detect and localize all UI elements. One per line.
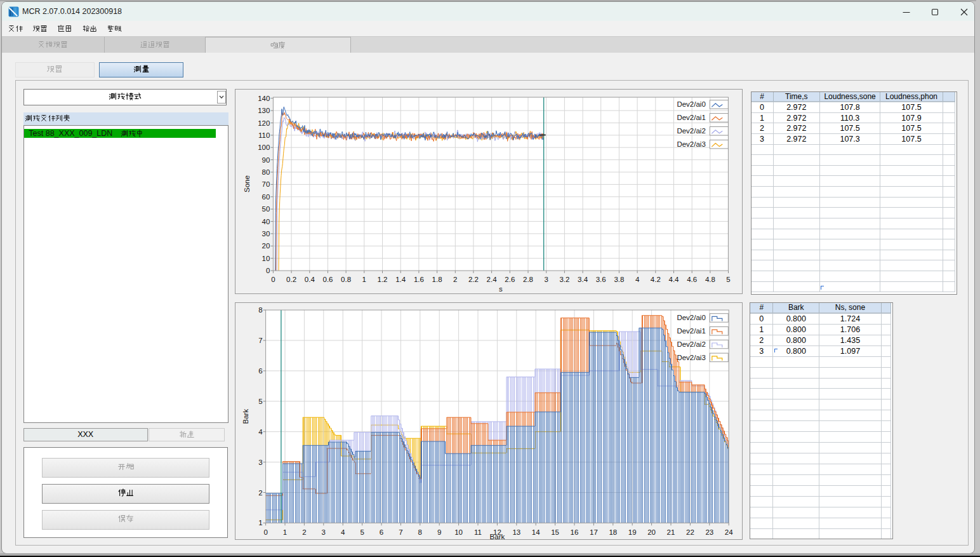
svg-text:70: 70 (262, 180, 270, 188)
svg-text:1.2: 1.2 (378, 276, 388, 283)
svg-text:0.4: 0.4 (305, 276, 315, 283)
svg-text:140: 140 (258, 95, 270, 102)
svg-text:24: 24 (725, 528, 733, 536)
svg-text:30: 30 (262, 230, 270, 238)
svg-text:0: 0 (266, 267, 270, 274)
svg-text:50: 50 (262, 205, 270, 213)
svg-text:7: 7 (258, 337, 262, 344)
svg-text:0.6: 0.6 (323, 276, 333, 283)
svg-text:Dev2/ai0: Dev2/ai0 (677, 100, 706, 108)
svg-text:1: 1 (283, 528, 287, 536)
svg-text:1: 1 (362, 276, 366, 283)
svg-text:1.4: 1.4 (395, 276, 406, 283)
svg-text:2: 2 (453, 276, 457, 283)
svg-text:5: 5 (258, 398, 262, 405)
svg-text:3: 3 (258, 459, 262, 466)
svg-text:15: 15 (551, 528, 559, 536)
svg-text:4.8: 4.8 (705, 276, 715, 283)
svg-text:110: 110 (258, 131, 270, 139)
svg-text:14: 14 (532, 528, 540, 536)
svg-text:5: 5 (361, 528, 364, 536)
svg-text:3.8: 3.8 (614, 276, 625, 283)
svg-text:1.8: 1.8 (432, 276, 442, 283)
svg-text:3.6: 3.6 (596, 276, 606, 283)
svg-text:3.2: 3.2 (560, 276, 570, 283)
svg-text:6: 6 (258, 367, 262, 375)
svg-text:2.8: 2.8 (523, 276, 533, 283)
svg-text:s: s (499, 285, 503, 292)
svg-text:4: 4 (258, 428, 263, 436)
svg-text:4.6: 4.6 (687, 276, 697, 283)
svg-text:Bark: Bark (490, 533, 505, 540)
svg-text:2: 2 (258, 489, 262, 497)
svg-text:8: 8 (258, 306, 262, 314)
svg-text:90: 90 (262, 156, 270, 163)
svg-text:0: 0 (264, 528, 268, 536)
svg-text:19: 19 (628, 528, 637, 536)
svg-text:Dev2/ai0: Dev2/ai0 (677, 314, 706, 321)
svg-text:Dev2/ai1: Dev2/ai1 (677, 327, 706, 335)
svg-text:1.6: 1.6 (414, 276, 424, 283)
svg-text:2: 2 (302, 528, 306, 536)
svg-text:4.4: 4.4 (669, 276, 680, 283)
svg-text:7: 7 (399, 528, 402, 536)
svg-text:Dev2/ai3: Dev2/ai3 (677, 354, 706, 361)
svg-text:4.2: 4.2 (651, 276, 661, 283)
svg-text:3: 3 (545, 276, 548, 283)
svg-text:Dev2/ai3: Dev2/ai3 (677, 140, 706, 148)
svg-text:20: 20 (647, 528, 656, 536)
svg-text:2.6: 2.6 (505, 276, 515, 283)
svg-text:4: 4 (341, 528, 345, 536)
svg-text:5: 5 (726, 276, 730, 283)
svg-text:10: 10 (454, 528, 463, 536)
svg-text:22: 22 (686, 528, 694, 536)
svg-text:Sone: Sone (244, 175, 251, 192)
svg-text:2.2: 2.2 (468, 276, 479, 283)
svg-text:20: 20 (262, 242, 270, 250)
svg-text:3.4: 3.4 (578, 276, 588, 283)
svg-text:10: 10 (262, 255, 270, 262)
svg-text:8: 8 (418, 528, 422, 536)
svg-text:0.8: 0.8 (341, 276, 351, 283)
svg-text:Dev2/ai2: Dev2/ai2 (677, 127, 706, 135)
svg-text:13: 13 (513, 528, 521, 536)
svg-text:11: 11 (474, 528, 482, 536)
svg-text:17: 17 (590, 528, 598, 536)
svg-text:18: 18 (609, 528, 618, 536)
svg-text:1: 1 (258, 519, 262, 527)
svg-text:6: 6 (380, 528, 383, 536)
svg-text:120: 120 (258, 119, 270, 126)
svg-text:130: 130 (258, 107, 270, 114)
svg-text:Dev2/ai1: Dev2/ai1 (677, 114, 706, 121)
svg-text:100: 100 (258, 144, 270, 151)
svg-text:3: 3 (322, 528, 326, 536)
svg-text:Dev2/ai2: Dev2/ai2 (677, 340, 706, 348)
svg-text:9: 9 (437, 528, 441, 536)
svg-text:23: 23 (706, 528, 714, 536)
svg-text:40: 40 (262, 217, 270, 225)
svg-text:60: 60 (262, 193, 270, 201)
svg-text:16: 16 (571, 528, 579, 536)
svg-text:2.4: 2.4 (487, 276, 498, 283)
svg-text:21: 21 (667, 528, 675, 536)
svg-text:80: 80 (262, 168, 270, 176)
svg-text:Bark: Bark (242, 409, 249, 424)
svg-text:0.2: 0.2 (286, 276, 296, 283)
svg-text:4: 4 (635, 276, 640, 283)
svg-text:0: 0 (271, 276, 275, 283)
